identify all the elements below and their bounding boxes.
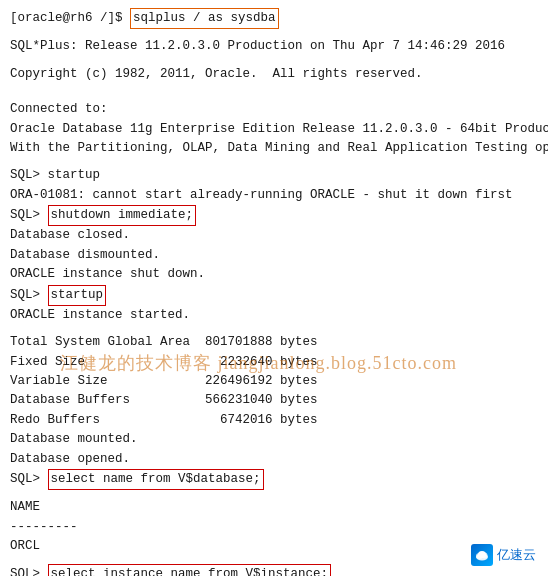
cmd-line-startup: SQL> startup xyxy=(10,285,538,306)
cmd-1: sqlplus / as sysdba xyxy=(130,8,279,29)
terminal-window: [oracle@rh6 /]$ sqlplus / as sysdba SQL*… xyxy=(0,0,548,576)
prompt-sql4: SQL> xyxy=(10,565,48,576)
output-line: Oracle Database 11g Enterprise Edition R… xyxy=(10,120,538,139)
cmd-shutdown: shutdown immediate; xyxy=(48,205,197,226)
output-line: ORACLE instance shut down. xyxy=(10,265,538,284)
output-line: --------- xyxy=(10,518,538,537)
cmd-line-shutdown: SQL> shutdown immediate; xyxy=(10,205,538,226)
output-line: Total System Global Area 801701888 bytes xyxy=(10,333,538,352)
spacer xyxy=(10,92,538,100)
output-line: SQL*Plus: Release 11.2.0.3.0 Production … xyxy=(10,37,538,56)
cmd-line-1: [oracle@rh6 /]$ sqlplus / as sysdba xyxy=(10,8,538,29)
spacer xyxy=(10,84,538,92)
cmd-line-select2: SQL> select instance_name from V$instanc… xyxy=(10,564,538,576)
output-line: ORCL xyxy=(10,537,538,556)
prompt-sql2: SQL> xyxy=(10,286,48,305)
svg-point-3 xyxy=(478,551,486,558)
spacer xyxy=(10,490,538,498)
output-line: Connected to: xyxy=(10,100,538,119)
output-line: ORACLE instance started. xyxy=(10,306,538,325)
output-line: ORA-01081: cannot start already-running … xyxy=(10,186,538,205)
logo-area: 亿速云 xyxy=(471,544,536,566)
logo-text: 亿速云 xyxy=(497,545,536,565)
cloud-icon xyxy=(474,547,490,563)
prompt-sql: SQL> xyxy=(10,206,48,225)
output-line: Fixed Size 2232640 bytes xyxy=(10,353,538,372)
spacer xyxy=(10,556,538,564)
output-line: SQL> startup xyxy=(10,166,538,185)
prompt-sql3: SQL> xyxy=(10,470,48,489)
output-line: Database Buffers 566231040 bytes xyxy=(10,391,538,410)
cmd-line-select1: SQL> select name from V$database; xyxy=(10,469,538,490)
spacer xyxy=(10,325,538,333)
output-line: Redo Buffers 6742016 bytes xyxy=(10,411,538,430)
spacer xyxy=(10,29,538,37)
output-line: NAME xyxy=(10,498,538,517)
output-line: Copyright (c) 1982, 2011, Oracle. All ri… xyxy=(10,65,538,84)
output-line: Database closed. xyxy=(10,226,538,245)
cmd-select1: select name from V$database; xyxy=(48,469,264,490)
output-line: Database mounted. xyxy=(10,430,538,449)
output-line: Database opened. xyxy=(10,450,538,469)
spacer xyxy=(10,57,538,65)
output-line: Variable Size 226496192 bytes xyxy=(10,372,538,391)
cmd-startup: startup xyxy=(48,285,107,306)
spacer xyxy=(10,158,538,166)
cmd-select2: select instance_name from V$instance; xyxy=(48,564,332,576)
prompt-1: [oracle@rh6 /]$ xyxy=(10,9,130,28)
output-line: Database dismounted. xyxy=(10,246,538,265)
logo-icon xyxy=(471,544,493,566)
output-line: With the Partitioning, OLAP, Data Mining… xyxy=(10,139,538,158)
